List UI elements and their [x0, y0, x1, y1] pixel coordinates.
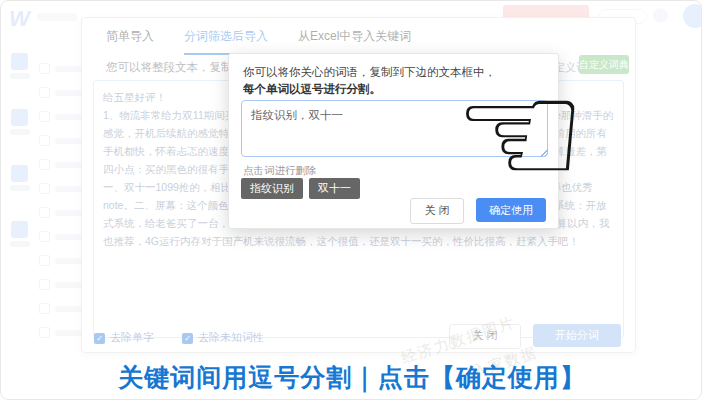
resize-handle-icon[interactable] [540, 149, 548, 157]
delete-hint-text: 点击词进行删除 [243, 164, 317, 178]
confirm-use-button[interactable]: 确定使用 [476, 198, 546, 222]
modal-buttons: 关 闭 确定使用 [410, 198, 546, 224]
keyword-tag[interactable]: 双十一 [309, 178, 360, 199]
modal-close-button[interactable]: 关 闭 [410, 198, 464, 224]
keyword-tags: 指纹识别 双十一 [241, 178, 360, 199]
screenshot-stage: W 简单导入 分词筛选后导入 从Excel中导入关键词 您可以 [0, 0, 702, 400]
modal-intro-line2: 每个单词以逗号进行分割。 [243, 82, 381, 97]
keyword-modal: 你可以将你关心的词语，复制到下边的文本框中， 每个单词以逗号进行分割。 指纹识别… [228, 53, 559, 229]
modal-intro-line1: 你可以将你关心的词语，复制到下边的文本框中， [243, 65, 496, 80]
keyword-tag[interactable]: 指纹识别 [241, 178, 303, 199]
caption-text: 关键词间用逗号分割｜点击【确定使用】 [1, 361, 702, 394]
keyword-input[interactable]: 指纹识别，双十一 [241, 100, 548, 157]
